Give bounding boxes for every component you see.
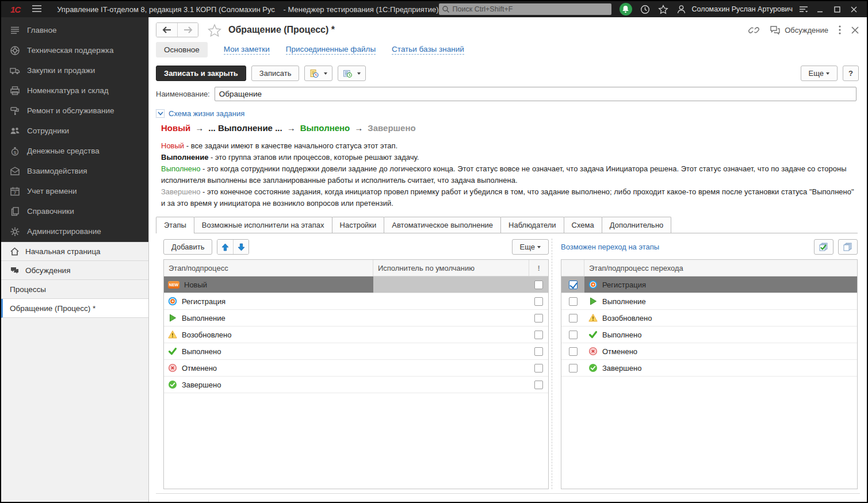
flag-checkbox[interactable]	[534, 364, 543, 373]
sidebar-item-remont[interactable]: Ремонт и обслуживание	[1, 101, 148, 121]
page-tab-nachalnaya-stranitsa[interactable]: Начальная страница	[1, 242, 148, 261]
tab-avtomaticheskoe-vypolnenie[interactable]: Автоматическое выполнение	[384, 217, 501, 233]
flow-stage-done: Выполнено	[300, 123, 350, 133]
stage-cancelled-icon	[588, 347, 598, 356]
transition-row-otmeneno[interactable]: Отменено	[561, 343, 857, 360]
flag-checkbox[interactable]	[534, 281, 543, 289]
column-header-checkbox[interactable]	[561, 260, 584, 276]
sidebar-item-nomenklatura[interactable]: Номенклатура и склад	[1, 80, 148, 101]
sidebar-item-administrirovanie[interactable]: Администрирование	[1, 221, 148, 241]
reminder-button[interactable]	[338, 66, 366, 81]
favorite-star-icon[interactable]	[208, 24, 221, 37]
column-header-executor[interactable]: Исполнитель по умолчанию	[373, 260, 529, 276]
tab-etapy[interactable]: Этапы	[156, 217, 194, 233]
close-window-button[interactable]	[846, 1, 862, 17]
stage-row-vozobnovleno[interactable]: Возобновлено	[164, 327, 548, 343]
name-input[interactable]	[215, 87, 856, 101]
forward-button[interactable]	[177, 23, 198, 37]
transition-checkbox[interactable]	[569, 314, 578, 322]
scheme-collapse-toggle[interactable]: Схема жизни задания	[149, 106, 867, 119]
link-moi-zametki[interactable]: Мои заметки	[224, 45, 270, 55]
more-menu-dots-icon[interactable]	[839, 25, 841, 34]
stage-row-vypolneno[interactable]: Выполнено	[164, 343, 548, 360]
copy-link-icon[interactable]	[748, 25, 759, 36]
sidebar-item-uchet-vremeni[interactable]: 7 Учет времени	[1, 181, 148, 201]
view-settings-icon[interactable]	[795, 1, 812, 17]
tab-shema[interactable]: Схема	[564, 217, 602, 233]
link-stati-bazy-znaniy[interactable]: Статьи базы знаний	[392, 45, 464, 55]
chevron-down-icon	[156, 109, 165, 118]
stage-new-icon: NEW	[168, 281, 179, 289]
transition-checkbox[interactable]	[569, 331, 578, 339]
stage-row-zaversheno[interactable]: Завершено	[164, 377, 548, 393]
transition-row-vypolnenie[interactable]: Выполнение	[561, 293, 857, 310]
tab-nablyudateli[interactable]: Наблюдатели	[500, 217, 564, 233]
page-tab-protsessy[interactable]: Процессы	[1, 280, 148, 299]
favorites-star-icon[interactable]	[658, 5, 668, 14]
sidebar-item-zakupki[interactable]: Закупки и продажи	[1, 60, 148, 80]
flag-checkbox[interactable]	[534, 331, 543, 339]
minimize-button[interactable]	[812, 1, 828, 17]
help-button[interactable]: ?	[843, 66, 859, 81]
desc-term-closed: Завершено	[161, 187, 200, 196]
column-header-transition-stage[interactable]: Этап/подпроцесс перехода	[584, 260, 857, 276]
check-all-button[interactable]	[814, 239, 833, 255]
stage-row-vypolnenie[interactable]: Выполнение	[164, 310, 548, 327]
flag-checkbox[interactable]	[534, 297, 543, 306]
transition-row-registratsiya[interactable]: Регистрация	[561, 277, 857, 293]
sidebar-item-tech-podderzhka[interactable]: Техническая поддержка	[1, 40, 148, 60]
save-button[interactable]: Записать	[251, 66, 300, 81]
transition-checkbox[interactable]	[569, 364, 578, 373]
column-header-flag[interactable]: !	[529, 260, 548, 276]
global-search-input[interactable]	[439, 3, 611, 15]
flag-checkbox[interactable]	[534, 381, 543, 389]
list-clock-icon	[343, 69, 352, 78]
tab-nastroyki[interactable]: Настройки	[332, 217, 385, 233]
page-tab-obsuzhdeniya[interactable]: Обсуждения	[1, 261, 148, 280]
tab-vozmozhnye-ispolniteli[interactable]: Возможные исполнители на этапах	[194, 217, 332, 233]
tab-dopolnitelno[interactable]: Дополнительно	[602, 217, 672, 233]
close-form-icon[interactable]	[851, 26, 859, 34]
transition-checkbox[interactable]	[569, 347, 578, 356]
tab-osnovnoe[interactable]: Основное	[156, 42, 208, 57]
flag-checkbox[interactable]	[534, 314, 543, 322]
support-user-icon[interactable]	[676, 5, 686, 14]
current-user-name[interactable]: Соломахин Руслан Артурович	[692, 5, 793, 13]
sidebar-item-vzaimodeystviya[interactable]: Взаимодействия	[1, 161, 148, 181]
transition-row-vypolneno[interactable]: Выполнено	[561, 327, 857, 343]
sidebar-item-denezhnye[interactable]: S Денежные средства	[1, 141, 148, 161]
save-and-close-button[interactable]: Записать и закрыть	[156, 66, 246, 81]
move-down-button[interactable]	[233, 240, 248, 254]
create-on-basis-button[interactable]	[304, 66, 332, 81]
back-button[interactable]	[156, 23, 177, 37]
transitions-title-link[interactable]: Возможен переход на этапы	[561, 243, 809, 251]
sidebar-item-spravochniki[interactable]: Справочники	[1, 201, 148, 221]
transition-row-vozobnovleno[interactable]: Возобновлено	[561, 310, 857, 327]
sidebar-item-sotrudniki[interactable]: Сотрудники	[1, 121, 148, 141]
notifications-bell-icon[interactable]	[620, 3, 632, 16]
hamburger-menu-icon[interactable]	[32, 5, 42, 14]
stage-row-registratsiya[interactable]: Регистрация	[164, 293, 548, 310]
dropdown-caret	[357, 72, 361, 75]
transition-checkbox[interactable]	[569, 297, 578, 306]
stage-row-novyy[interactable]: NEWНовый	[164, 277, 548, 293]
page-tab-obraschenie-protsess[interactable]: Обращение (Процесс) *	[1, 299, 148, 318]
column-header-stage[interactable]: Этап/подпроцесс	[164, 260, 373, 276]
panel-splitter[interactable]	[552, 239, 561, 489]
transition-row-zaversheno[interactable]: Завершено	[561, 360, 857, 377]
stage-row-otmeneno[interactable]: Отменено	[164, 360, 548, 377]
flag-checkbox[interactable]	[534, 347, 543, 356]
maximize-button[interactable]	[829, 1, 846, 17]
svg-text:S: S	[14, 150, 17, 154]
add-stage-button[interactable]: Добавить	[163, 239, 212, 255]
transition-checkbox[interactable]	[569, 281, 578, 289]
move-up-button[interactable]	[217, 240, 233, 254]
stages-more-button[interactable]: Еще	[512, 239, 549, 255]
discussion-chat-icon	[770, 25, 781, 35]
history-icon[interactable]	[640, 5, 650, 14]
link-prisoedinennye-fayly[interactable]: Присоединенные файлы	[286, 45, 376, 55]
discussion-link[interactable]: Обсуждение	[770, 25, 828, 35]
sidebar-item-glavnoe[interactable]: Главное	[1, 20, 148, 40]
more-button[interactable]: Еще	[801, 66, 838, 81]
uncheck-all-button[interactable]	[838, 239, 858, 255]
